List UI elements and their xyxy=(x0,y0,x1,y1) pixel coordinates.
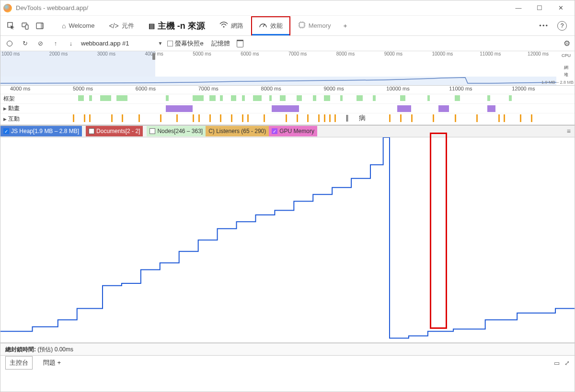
track-frames[interactable] xyxy=(29,94,575,103)
tab-label: Memory xyxy=(309,22,331,29)
ov-tick: 5000 ms xyxy=(192,51,240,59)
tabbar: ⌂Welcome </>元件 ▤主機 -n 來源 網路 效能 Memory ＋ … xyxy=(0,16,575,36)
tab-elements[interactable]: </>元件 xyxy=(102,16,140,35)
main-ruler: 4000 ms 5000 ms 6000 ms 7000 ms 8000 ms … xyxy=(0,86,575,94)
ov-tick: 6000 ms xyxy=(240,51,288,59)
download-button[interactable]: ↓ xyxy=(66,38,76,49)
overview-handle-left[interactable] xyxy=(152,53,155,60)
drawer-console[interactable]: 主控台 xyxy=(5,356,33,370)
tab-welcome[interactable]: ⌂Welcome xyxy=(55,16,101,35)
settings-icon[interactable]: ⚙ xyxy=(564,39,570,48)
tab-label: 效能 xyxy=(270,22,283,30)
tab-label: 主機 -n 來源 xyxy=(158,20,205,32)
record-button[interactable] xyxy=(4,38,15,49)
memory-chart[interactable] xyxy=(0,137,575,343)
reload-button[interactable]: ↻ xyxy=(20,38,30,49)
memory-legend: ✓JS Heap[1.9 MB – 2.8 MB] Documents[2 - … xyxy=(0,125,575,137)
recording-name[interactable]: webboard.app #1 xyxy=(81,40,129,47)
memory-icon xyxy=(298,21,306,30)
overview-flames xyxy=(0,60,144,76)
ov-tick: 10000 ms xyxy=(431,51,479,59)
dropdown-caret[interactable]: ▼ xyxy=(158,41,162,46)
overview-heap-label: 堆 xyxy=(558,72,575,78)
track-interactions[interactable]: ‖ 病 xyxy=(29,113,575,124)
app-icon xyxy=(3,4,12,12)
window-title: DevTools - webboard.app/ xyxy=(16,4,512,11)
tab-label: Welcome xyxy=(69,22,94,29)
home-icon: ⌂ xyxy=(62,22,66,30)
summary-label: 總封鎖時間: xyxy=(5,346,36,353)
ov-tick: 11000 ms xyxy=(479,51,527,59)
performance-icon xyxy=(259,22,267,30)
upload-button[interactable]: ↑ xyxy=(50,38,61,49)
highlight-box xyxy=(430,133,447,329)
tab-memory[interactable]: Memory xyxy=(291,16,338,35)
device-icon[interactable] xyxy=(19,19,32,33)
svg-rect-2 xyxy=(25,25,28,29)
tab-sources[interactable]: ▤主機 -n 來源 xyxy=(142,16,212,35)
trash-button[interactable] xyxy=(235,38,245,49)
tab-label: 元件 xyxy=(122,22,134,30)
track-interactions-label[interactable]: ▶互動 xyxy=(0,115,29,123)
window-minimize[interactable]: — xyxy=(512,4,525,11)
overview-cpu-label: CPU xyxy=(558,53,575,58)
drawer-tabs: 主控台 問題 + ▭ ⤢ xyxy=(0,356,575,370)
drawer-dock-icon[interactable]: ▭ xyxy=(554,359,560,367)
legend-menu-icon[interactable]: ≡ xyxy=(567,127,571,135)
track-animation-label[interactable]: ▶動畫 xyxy=(0,104,29,112)
svg-rect-4 xyxy=(41,23,43,29)
legend-documents[interactable]: Documents[2 - 2] xyxy=(86,126,143,136)
tracks: 框架 ▶動畫 ▶互動 xyxy=(0,94,575,125)
legend-nodes[interactable]: Nodes[246 – 363] xyxy=(147,126,206,136)
track-animation[interactable] xyxy=(29,104,575,113)
legend-gpu[interactable]: ✓GPU Memory xyxy=(269,126,317,136)
interaction-marker: 病 xyxy=(359,114,366,123)
tab-network[interactable]: 網路 xyxy=(213,16,250,35)
dock-icon[interactable] xyxy=(33,19,46,33)
memory-checkbox[interactable]: 記憶體 xyxy=(211,39,230,48)
tab-performance[interactable]: 效能 xyxy=(251,16,290,35)
sources-icon: ▤ xyxy=(149,22,155,30)
help-icon[interactable]: ? xyxy=(557,21,567,31)
ov-tick: 9000 ms xyxy=(383,51,431,59)
svg-point-5 xyxy=(223,26,224,28)
more-menu[interactable]: ••• xyxy=(535,22,552,29)
drawer-expand-icon[interactable]: ⤢ xyxy=(564,359,570,367)
window-maximize[interactable]: ☐ xyxy=(533,4,546,11)
overview-memory-strip xyxy=(0,77,556,85)
legend-listeners[interactable]: C) Listeners (65 - 290) xyxy=(206,126,269,136)
titlebar: DevTools - webboard.app/ — ☐ ✕ xyxy=(0,0,575,16)
overview-ruler[interactable]: 1000 ms 2000 ms 3000 ms 4000 ms 5000 ms … xyxy=(0,51,575,86)
window-close[interactable]: ✕ xyxy=(554,4,567,11)
overview-net-label: 網 xyxy=(558,65,575,71)
clear-button[interactable]: ⊘ xyxy=(35,38,46,49)
code-icon: </> xyxy=(109,22,118,30)
wifi-icon xyxy=(219,22,228,30)
track-frames-label[interactable]: 框架 xyxy=(0,95,29,103)
svg-rect-7 xyxy=(299,22,304,27)
ov-tick: 8000 ms xyxy=(335,51,383,59)
screenshots-checkbox[interactable]: 螢幕快照e xyxy=(167,39,203,48)
drawer-issues[interactable]: 問題 + xyxy=(39,357,65,369)
perf-toolbar: ↻ ⊘ ↑ ↓ webboard.app #1 ▼ 螢幕快照e 記憶體 ⚙ xyxy=(0,36,575,51)
add-tab[interactable]: ＋ xyxy=(339,19,352,33)
summary-value: (預估) 0.00ms xyxy=(37,346,73,353)
overview-memory-range: 1.9 MB – 2.8 MB xyxy=(541,80,574,85)
summary-bar: 總封鎖時間: (預估) 0.00ms xyxy=(0,343,575,356)
ov-tick: 7000 ms xyxy=(288,51,335,59)
tab-label: 網路 xyxy=(231,22,243,30)
legend-jsheap[interactable]: ✓JS Heap[1.9 MB – 2.8 MB] xyxy=(0,126,82,136)
inspect-icon[interactable] xyxy=(4,19,18,33)
